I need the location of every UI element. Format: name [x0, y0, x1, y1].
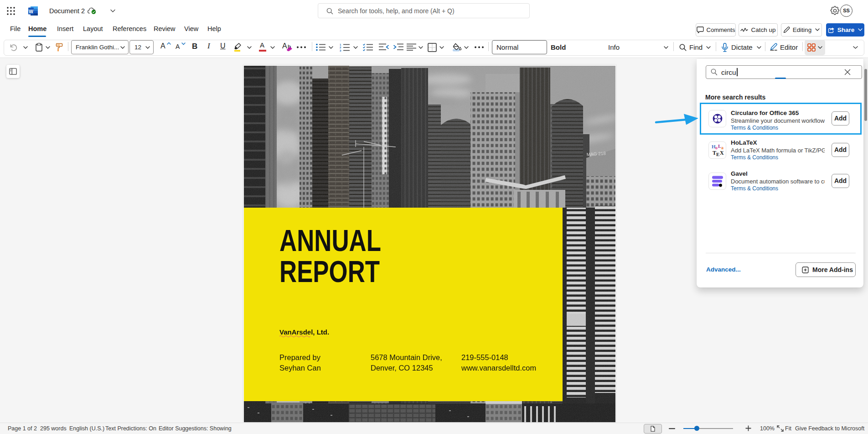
svg-text:W: W: [29, 9, 33, 14]
svg-text:3: 3: [340, 49, 341, 52]
svg-text:E: E: [716, 152, 719, 157]
svg-text:2: 2: [340, 46, 341, 49]
svg-text:X: X: [720, 150, 724, 156]
svg-text:1: 1: [340, 43, 341, 46]
svg-text:T: T: [713, 150, 716, 156]
